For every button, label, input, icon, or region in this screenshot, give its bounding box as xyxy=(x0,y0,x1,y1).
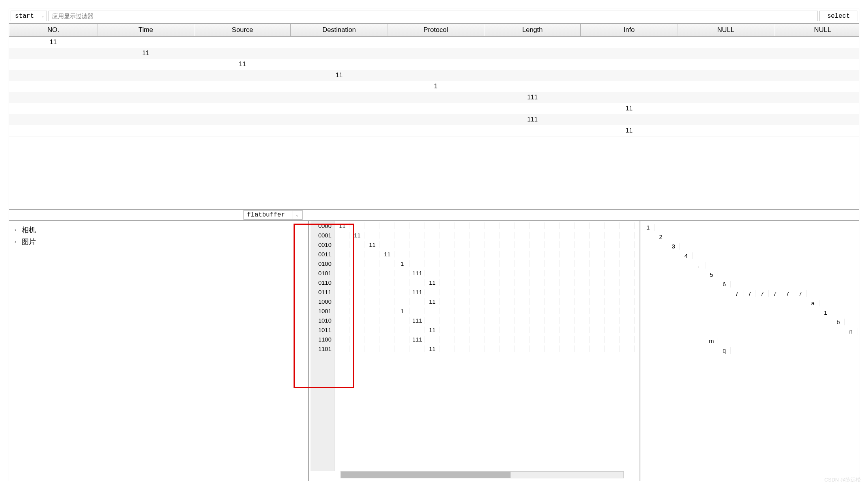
hex-cell xyxy=(335,336,350,343)
hex-cell xyxy=(440,270,455,276)
hex-cell xyxy=(515,279,530,286)
select-button[interactable]: select xyxy=(819,11,857,21)
tree-item[interactable]: ›相机 xyxy=(13,224,304,236)
hex-cell xyxy=(470,232,485,239)
hex-scrollbar[interactable] xyxy=(340,471,624,478)
hex-cell xyxy=(590,298,605,305)
ascii-cell: 7 xyxy=(731,290,743,297)
hex-row[interactable]: 001111 xyxy=(311,249,640,259)
table-cell: 11 xyxy=(581,105,677,112)
table-row[interactable]: 11 xyxy=(9,70,859,81)
hex-cell xyxy=(335,251,350,258)
tree-item[interactable]: ›图片 xyxy=(13,236,304,248)
ascii-panel[interactable]: 1234.56777777a1bnmq xyxy=(640,221,859,481)
hex-row[interactable]: 000011 xyxy=(311,221,640,230)
hex-row[interactable]: 110111 xyxy=(311,344,640,353)
start-button[interactable]: start xyxy=(11,11,38,21)
table-row[interactable]: 11 xyxy=(9,125,859,136)
column-header[interactable]: Length xyxy=(484,24,581,36)
hex-row[interactable]: 001011 xyxy=(311,240,640,249)
hex-offset: 0100 xyxy=(311,260,335,267)
table-cell: 1 xyxy=(387,83,484,90)
grid-blank-area xyxy=(9,136,859,209)
hex-offset: 0101 xyxy=(311,270,335,276)
hex-cell xyxy=(620,260,635,267)
table-row[interactable]: 11 xyxy=(9,48,859,59)
hex-cell xyxy=(335,345,350,352)
hex-cell xyxy=(515,251,530,258)
column-header[interactable]: Time xyxy=(97,24,194,36)
hex-cell xyxy=(395,279,410,286)
flatbuffer-combo[interactable]: flatbuffer ⌄ xyxy=(243,210,303,220)
hex-cell xyxy=(455,317,470,324)
hex-cell xyxy=(485,232,500,239)
table-row[interactable]: 11 xyxy=(9,59,859,70)
hex-row[interactable]: 1100111 xyxy=(311,334,640,344)
hex-row[interactable]: 101111 xyxy=(311,325,640,334)
column-header[interactable]: NO. xyxy=(9,24,97,36)
hex-cell xyxy=(545,260,560,267)
hex-cell xyxy=(500,260,515,267)
hex-cell xyxy=(575,232,590,239)
column-header[interactable]: NULL xyxy=(774,24,868,36)
hex-cell xyxy=(395,336,410,343)
hex-row[interactable]: 1010111 xyxy=(311,315,640,325)
hex-cell xyxy=(485,279,500,286)
hex-cell xyxy=(380,279,395,286)
table-row[interactable]: 11 xyxy=(9,103,859,114)
flatbuffer-dropdown[interactable]: ⌄ xyxy=(292,211,302,219)
hex-row[interactable]: 100011 xyxy=(311,297,640,306)
grid-body[interactable]: 1111111111111111111 xyxy=(9,37,859,136)
table-row[interactable]: 1 xyxy=(9,81,859,92)
ascii-cell: 7 xyxy=(756,290,769,297)
hex-cell: 1 xyxy=(395,308,410,314)
column-header[interactable]: Protocol xyxy=(387,24,484,36)
hex-cell: 11 xyxy=(380,251,395,258)
hex-cell xyxy=(380,298,395,305)
hex-row[interactable]: 0101111 xyxy=(311,268,640,278)
scrollbar-thumb[interactable] xyxy=(341,472,511,478)
table-cell: 11 xyxy=(291,72,387,79)
ascii-row: 777777 xyxy=(642,289,857,298)
ascii-row: m xyxy=(642,336,857,345)
hex-cell xyxy=(605,251,620,258)
hex-cell xyxy=(545,317,560,324)
hex-panel[interactable]: 0000110001110010110011110100101011110110… xyxy=(309,221,640,481)
column-header[interactable]: NULL xyxy=(677,24,774,36)
ascii-row: 6 xyxy=(642,279,857,289)
hex-cell xyxy=(605,298,620,305)
chevron-right-icon: › xyxy=(13,239,18,244)
hex-cell xyxy=(410,327,425,333)
hex-offset: 0001 xyxy=(311,232,335,239)
hex-cell xyxy=(395,289,410,295)
tree-panel[interactable]: ›相机›图片 xyxy=(9,221,309,481)
table-row[interactable]: 11 xyxy=(9,37,859,48)
hex-row[interactable]: 01001 xyxy=(311,259,640,268)
filter-input[interactable] xyxy=(49,11,818,21)
table-row[interactable]: 111 xyxy=(9,114,859,125)
hex-cell xyxy=(515,336,530,343)
hex-row[interactable]: 10011 xyxy=(311,306,640,315)
hex-cell xyxy=(500,232,515,239)
hex-cell: 11 xyxy=(350,232,365,239)
hex-cell: 111 xyxy=(410,270,425,276)
column-header[interactable]: Info xyxy=(581,24,677,36)
ascii-row: 3 xyxy=(642,241,857,251)
hex-row[interactable]: 0111111 xyxy=(311,287,640,297)
hex-cell xyxy=(440,222,455,229)
hex-cell xyxy=(335,317,350,324)
column-header[interactable]: Destination xyxy=(291,24,387,36)
column-header[interactable]: Source xyxy=(194,24,291,36)
hex-cell xyxy=(365,327,380,333)
hex-cell xyxy=(440,289,455,295)
hex-cell xyxy=(605,279,620,286)
chevron-down-icon: ⌄ xyxy=(41,14,44,18)
hex-cell xyxy=(500,289,515,295)
hex-row[interactable]: 011011 xyxy=(311,278,640,287)
hex-cell xyxy=(545,241,560,248)
table-row[interactable]: 111 xyxy=(9,92,859,103)
start-dropdown[interactable]: ⌄ xyxy=(38,11,47,21)
hex-row[interactable]: 000111 xyxy=(311,230,640,240)
ascii-cell: b xyxy=(832,319,845,325)
hex-cell xyxy=(470,279,485,286)
